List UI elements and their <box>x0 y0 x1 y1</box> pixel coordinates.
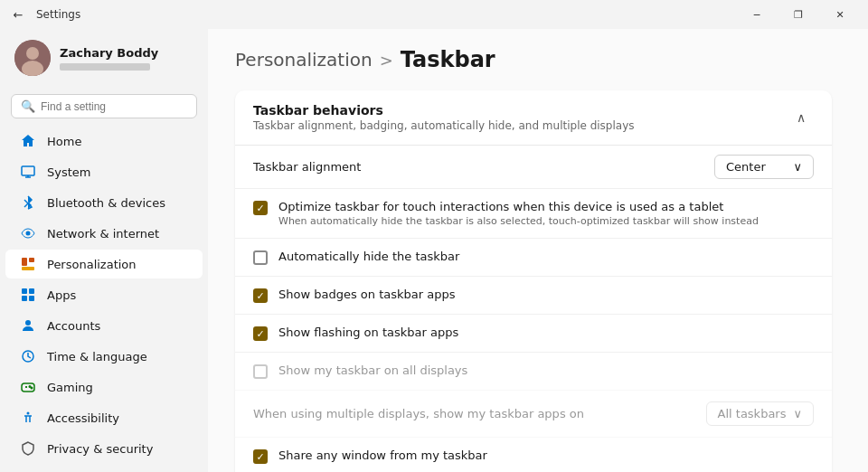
multiapps-dropdown[interactable]: All taskbars ∨ <box>706 401 814 426</box>
setting-row-share: Share any window from my taskbar <box>235 438 832 472</box>
personalization-icon <box>20 256 36 272</box>
sidebar-item-update[interactable]: Windows Update <box>5 465 203 472</box>
svg-point-21 <box>29 386 31 388</box>
sidebar-item-privacy[interactable]: Privacy & security <box>5 434 203 463</box>
flashing-checkbox-wrap[interactable] <box>253 326 268 341</box>
multiapps-dropdown-wrap[interactable]: All taskbars ∨ <box>706 401 814 426</box>
touch-checkbox-wrap[interactable] <box>253 201 268 215</box>
sidebar-label-accounts: Accounts <box>47 319 100 333</box>
svg-point-8 <box>26 231 31 236</box>
sidebar-label-bluetooth: Bluetooth & devices <box>47 196 165 210</box>
badges-text: Show badges on taskbar apps <box>278 288 814 301</box>
sidebar-item-accessibility[interactable]: Accessibility <box>5 403 203 432</box>
svg-point-1 <box>26 47 39 60</box>
user-info: Zachary Boddy <box>60 46 158 71</box>
section-title: Taskbar behaviors <box>253 103 635 118</box>
bluetooth-icon <box>20 194 36 211</box>
search-icon: 🔍 <box>21 99 35 113</box>
sidebar-label-system: System <box>47 165 90 179</box>
share-label: Share any window from my taskbar <box>278 448 814 462</box>
svg-rect-13 <box>29 288 34 294</box>
badges-checkbox-wrap[interactable] <box>253 288 268 303</box>
time-icon <box>20 348 36 364</box>
sidebar-label-time: Time & language <box>47 350 147 363</box>
svg-rect-3 <box>22 166 34 175</box>
user-profile[interactable]: Zachary Boddy <box>0 29 208 90</box>
sidebar-label-network: Network & internet <box>47 227 159 241</box>
main-content: Personalization > Taskbar Taskbar behavi… <box>208 29 868 472</box>
share-checkbox-wrap[interactable] <box>253 449 268 464</box>
avatar <box>14 40 51 76</box>
setting-row-multiple: Show my taskbar on all displays <box>235 353 832 391</box>
close-button[interactable]: ✕ <box>819 0 861 29</box>
sidebar-item-bluetooth[interactable]: Bluetooth & devices <box>5 188 203 217</box>
sidebar-item-gaming[interactable]: Gaming <box>5 373 203 401</box>
share-checkbox[interactable] <box>253 449 268 464</box>
autohide-checkbox-wrap[interactable] <box>253 250 268 265</box>
flashing-text: Show flashing on taskbar apps <box>278 326 814 339</box>
multiple-checkbox-wrap[interactable] <box>253 364 268 379</box>
taskbar-behaviors-section: Taskbar behaviors Taskbar alignment, bad… <box>235 90 832 472</box>
sidebar-label-accessibility: Accessibility <box>47 411 119 425</box>
sidebar-item-apps[interactable]: Apps <box>5 280 203 309</box>
sidebar-item-personalization[interactable]: Personalization <box>5 250 203 278</box>
badges-label: Show badges on taskbar apps <box>278 288 814 301</box>
svg-rect-10 <box>22 258 27 266</box>
svg-rect-15 <box>29 296 34 301</box>
sidebar: Zachary Boddy 🔍 Home System Bluetoot <box>0 29 208 472</box>
multiple-text: Show my taskbar on all displays <box>278 363 814 377</box>
multiple-checkbox[interactable] <box>253 364 268 379</box>
autohide-label: Automatically hide the taskbar <box>278 250 814 263</box>
back-button[interactable]: ← <box>7 4 29 25</box>
touch-checkbox[interactable] <box>253 201 268 215</box>
apps-icon <box>20 287 36 303</box>
share-text: Share any window from my taskbar <box>278 448 814 462</box>
section-subtitle: Taskbar alignment, badging, automaticall… <box>253 119 635 132</box>
sidebar-item-accounts[interactable]: Accounts <box>5 311 203 340</box>
privacy-icon <box>20 440 36 457</box>
sidebar-item-system[interactable]: System <box>5 157 203 186</box>
sidebar-label-home: Home <box>47 135 81 148</box>
badges-checkbox[interactable] <box>253 288 268 303</box>
alignment-dropdown[interactable]: Center ∨ <box>714 155 814 179</box>
svg-rect-11 <box>29 258 34 262</box>
alignment-row: Taskbar alignment Center ∨ <box>235 146 832 189</box>
setting-row-autohide: Automatically hide the taskbar <box>235 239 832 277</box>
section-header-text: Taskbar behaviors Taskbar alignment, bad… <box>253 103 635 132</box>
maximize-button[interactable]: ❐ <box>778 0 819 29</box>
svg-line-6 <box>24 200 28 203</box>
titlebar: ← Settings ─ ❐ ✕ <box>0 0 868 29</box>
user-email-placeholder <box>60 63 150 71</box>
touch-sublabel: When automatically hide the taskbar is a… <box>278 215 814 227</box>
search-input[interactable] <box>41 100 187 113</box>
accessibility-icon <box>20 410 36 426</box>
svg-rect-12 <box>22 288 27 294</box>
svg-point-16 <box>25 320 31 326</box>
autohide-checkbox[interactable] <box>253 250 268 265</box>
alignment-label: Taskbar alignment <box>253 160 714 174</box>
minimize-button[interactable]: ─ <box>736 0 778 29</box>
sidebar-item-time[interactable]: Time & language <box>5 342 203 371</box>
svg-line-7 <box>24 203 28 207</box>
search-box[interactable]: 🔍 <box>11 94 197 118</box>
collapse-button[interactable]: ∧ <box>788 105 814 130</box>
system-icon <box>20 164 36 180</box>
sidebar-label-privacy: Privacy & security <box>47 442 153 456</box>
sidebar-item-network[interactable]: Network & internet <box>5 219 203 248</box>
flashing-checkbox[interactable] <box>253 326 268 341</box>
section-header: Taskbar behaviors Taskbar alignment, bad… <box>235 90 832 146</box>
multiapps-value: All taskbars <box>718 407 787 420</box>
touch-text: Optimize taskbar for touch interactions … <box>278 200 814 227</box>
svg-rect-9 <box>22 267 34 270</box>
user-name: Zachary Boddy <box>60 46 158 60</box>
gaming-icon <box>20 379 36 395</box>
network-icon <box>20 225 36 241</box>
sidebar-label-personalization: Personalization <box>47 258 137 271</box>
setting-row-badges: Show badges on taskbar apps <box>235 277 832 315</box>
breadcrumb-parent[interactable]: Personalization <box>235 49 373 71</box>
sidebar-item-home[interactable]: Home <box>5 127 203 156</box>
multiapps-dropdown-arrow: ∨ <box>793 407 802 420</box>
home-icon <box>20 133 36 149</box>
flashing-label: Show flashing on taskbar apps <box>278 326 814 339</box>
dropdown-arrow-icon: ∨ <box>793 160 802 174</box>
